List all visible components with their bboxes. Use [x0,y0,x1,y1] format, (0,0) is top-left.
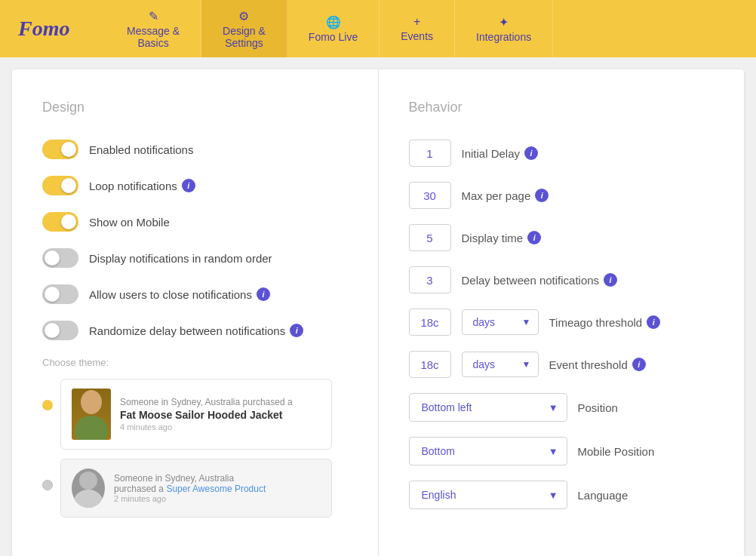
toggle-allow-close[interactable] [42,284,78,304]
toggle-row-mobile: Show on Mobile [42,212,348,232]
toggle-random-order[interactable] [42,248,78,268]
logo: Fomo [0,0,106,57]
timeago-threshold-label: Timeago threshold i [549,315,661,329]
toggle-loop-notifications[interactable] [42,176,78,195]
svg-rect-2 [79,419,103,440]
notif-text-gold: Someone in Sydney, Australia purchased a… [120,397,321,432]
nav-message-basics[interactable]: ✎ Message &Basics [106,0,201,57]
toggle-row-randomize-delay: Randomize delay between notifications i [42,321,348,340]
position-dropdown[interactable]: Bottom left Bottom right Top left Top ri… [409,393,567,422]
delay-between-info-icon[interactable]: i [604,273,617,287]
event-dropdown-wrapper: days hours minutes ▼ [462,352,539,377]
mobile-position-dropdown-wrapper: Bottom Top ▼ [409,437,567,465]
toggle-label-randomize-delay: Randomize delay between notifications i [89,324,303,337]
globe-icon: 🌐 [326,15,341,29]
max-per-page-input[interactable] [409,182,451,209]
event-unit-dropdown[interactable]: days hours minutes [462,352,539,377]
delay-between-input[interactable] [409,266,451,293]
timeago-unit-dropdown[interactable]: days hours minutes [462,309,539,335]
notif-location-gray: Someone in Sydney, Australia purchased a… [114,473,321,494]
timeago-dropdown-wrapper: days hours minutes ▼ [462,309,539,335]
notif-card-wrapper-gray: Someone in Sydney, Australia purchased a… [42,459,348,518]
randomize-info-icon[interactable]: i [290,324,303,337]
timeago-threshold-input[interactable] [409,309,451,336]
initial-delay-input[interactable] [409,140,451,167]
position-dropdown-wrapper: Bottom left Bottom right Top left Top ri… [409,393,567,422]
toggle-label-enabled: Enabled notifications [89,143,193,156]
toggle-label-random: Display notifications in random order [89,252,272,265]
design-title: Design [42,100,348,115]
display-time-input[interactable] [409,224,451,251]
behavior-row-timeago: days hours minutes ▼ Timeago threshold i [409,309,715,336]
notif-location-gold: Someone in Sydney, Australia purchased a [120,397,321,407]
toggle-show-mobile[interactable] [42,212,78,232]
language-dropdown[interactable]: English Spanish French German [409,481,567,509]
notif-card-wrapper-gold: Someone in Sydney, Australia purchased a… [42,379,348,450]
behavior-row-max-page: Max per page i [409,182,715,209]
toggle-label-close: Allow users to close notifications i [89,287,270,301]
mobile-position-dropdown[interactable]: Bottom Top [409,437,567,465]
choose-theme-label: Choose theme: [42,357,348,368]
initial-delay-info-icon[interactable]: i [524,146,538,160]
nav-fomo-live[interactable]: 🌐 Fomo Live [287,0,380,57]
behavior-row-position: Bottom left Bottom right Top left Top ri… [409,393,715,422]
toggle-row-random: Display notifications in random order [42,248,348,268]
behavior-panel: Behavior Initial Delay i Max per page i … [379,69,745,556]
max-page-info-icon[interactable]: i [535,189,549,202]
timeago-info-icon[interactable]: i [647,315,660,329]
event-threshold-label: Event threshold i [549,358,646,371]
plus-icon: + [413,15,420,29]
event-info-icon[interactable]: i [632,358,646,371]
notif-product-gold: Fat Moose Sailor Hooded Jacket [120,409,321,421]
position-label: Position [578,401,618,414]
nav-design-settings[interactable]: ⚙ Design &Settings [201,0,287,57]
notif-card-gray[interactable]: Someone in Sydney, Australia purchased a… [60,459,332,518]
display-time-label: Display time i [462,231,542,244]
behavior-row-mobile-position: Bottom Top ▼ Mobile Position [409,437,715,465]
language-label: Language [578,489,628,502]
behavior-row-event: days hours minutes ▼ Event threshold i [409,351,715,378]
behavior-title: Behavior [409,100,715,115]
integrations-icon: ✦ [499,15,509,29]
main-nav: Fomo ✎ Message &Basics ⚙ Design &Setting… [0,0,756,57]
design-icon: ⚙ [238,9,249,23]
toggle-randomize-delay[interactable] [42,321,78,340]
notif-time-gold: 4 minutes ago [120,422,321,432]
toggle-label-loop: Loop notifications i [89,179,195,192]
max-per-page-label: Max per page i [462,189,549,202]
delay-between-label: Delay between notifications i [462,273,618,287]
avatar-gold [72,389,111,440]
initial-delay-label: Initial Delay i [462,146,539,160]
nav-integrations[interactable]: ✦ Integrations [455,0,553,57]
loop-info-icon[interactable]: i [182,179,195,192]
notif-time-gray: 2 minutes ago [114,494,321,503]
notif-product-link-gray[interactable]: Super Awesome Product [166,484,266,494]
behavior-row-language: English Spanish French German ▼ Language [409,481,715,509]
notif-card-gold[interactable]: Someone in Sydney, Australia purchased a… [60,379,332,450]
avatar-gray [72,468,105,508]
message-icon: ✎ [149,9,158,23]
toggle-row-loop: Loop notifications i [42,176,348,195]
toggle-label-mobile: Show on Mobile [89,216,170,229]
main-content: Design Enabled notifications Loop notifi… [12,69,744,556]
event-threshold-input[interactable] [409,351,451,378]
toggle-enabled-notifications[interactable] [42,140,78,159]
display-time-info-icon[interactable]: i [527,231,541,244]
svg-point-4 [73,490,103,508]
language-dropdown-wrapper: English Spanish French German ▼ [409,481,567,509]
design-panel: Design Enabled notifications Loop notifi… [12,69,379,556]
notif-text-gray: Someone in Sydney, Australia purchased a… [114,473,321,503]
toggle-row-close: Allow users to close notifications i [42,284,348,304]
svg-point-3 [79,472,97,490]
mobile-position-label: Mobile Position [578,445,655,458]
nav-events[interactable]: + Events [380,0,455,57]
behavior-row-initial-delay: Initial Delay i [409,140,715,167]
toggle-row-enabled: Enabled notifications [42,140,348,159]
close-info-icon[interactable]: i [257,287,270,301]
svg-point-0 [81,390,102,414]
theme-dot-gold[interactable] [42,400,53,410]
behavior-row-delay-between: Delay between notifications i [409,266,715,293]
theme-dot-gray[interactable] [42,480,53,490]
behavior-row-display-time: Display time i [409,224,715,251]
